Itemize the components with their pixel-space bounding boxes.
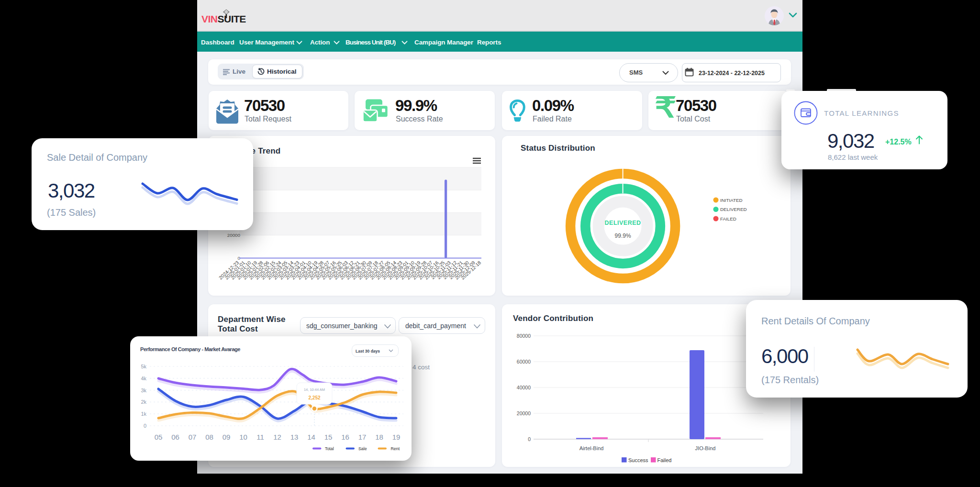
svg-text:Rent: Rent xyxy=(391,446,400,451)
svg-text:13: 13 xyxy=(290,433,299,441)
svg-text:16: 16 xyxy=(341,433,349,441)
svg-text:1k: 1k xyxy=(141,411,146,417)
svg-text:10: 10 xyxy=(239,433,247,441)
svg-text:15: 15 xyxy=(324,433,333,441)
svg-text:14: 14 xyxy=(307,433,315,441)
svg-text:06: 06 xyxy=(171,433,179,441)
svg-text:20000: 20000 xyxy=(517,410,531,416)
svg-text:2k: 2k xyxy=(141,399,146,405)
svg-text:3k: 3k xyxy=(141,387,146,393)
svg-text:80000: 80000 xyxy=(517,333,531,339)
svg-text:19: 19 xyxy=(392,433,401,441)
svg-text:0: 0 xyxy=(528,436,531,442)
svg-text:60000: 60000 xyxy=(517,359,531,365)
svg-text:DELIVERED: DELIVERED xyxy=(605,220,641,226)
svg-text:Airtel-Bind: Airtel-Bind xyxy=(579,445,604,451)
svg-text:05: 05 xyxy=(155,433,163,441)
svg-text:07: 07 xyxy=(189,433,197,441)
svg-text:4k: 4k xyxy=(141,376,146,381)
svg-text:Total: Total xyxy=(325,446,334,451)
svg-text:2,252: 2,252 xyxy=(308,395,320,400)
svg-text:Failed: Failed xyxy=(657,457,672,463)
svg-text:Sale: Sale xyxy=(358,446,367,451)
svg-text:0: 0 xyxy=(144,423,146,429)
svg-text:Success: Success xyxy=(628,457,648,463)
svg-text:JIO-Bind: JIO-Bind xyxy=(695,445,716,451)
svg-text:99.9%: 99.9% xyxy=(615,232,631,239)
svg-text:08: 08 xyxy=(205,433,213,441)
svg-text:12: 12 xyxy=(273,433,281,441)
svg-text:14, 10:44 AM: 14, 10:44 AM xyxy=(304,387,325,392)
svg-text:5k: 5k xyxy=(141,364,146,369)
svg-text:18: 18 xyxy=(375,433,383,441)
svg-text:40000: 40000 xyxy=(517,385,531,390)
svg-text:09: 09 xyxy=(223,433,231,441)
svg-text:INITIATED: INITIATED xyxy=(720,198,743,203)
svg-text:17: 17 xyxy=(358,433,367,441)
svg-text:FAILED: FAILED xyxy=(720,216,736,221)
svg-text:DELIVERED: DELIVERED xyxy=(720,207,747,212)
svg-text:11: 11 xyxy=(256,433,264,441)
svg-text:20000: 20000 xyxy=(227,232,241,238)
